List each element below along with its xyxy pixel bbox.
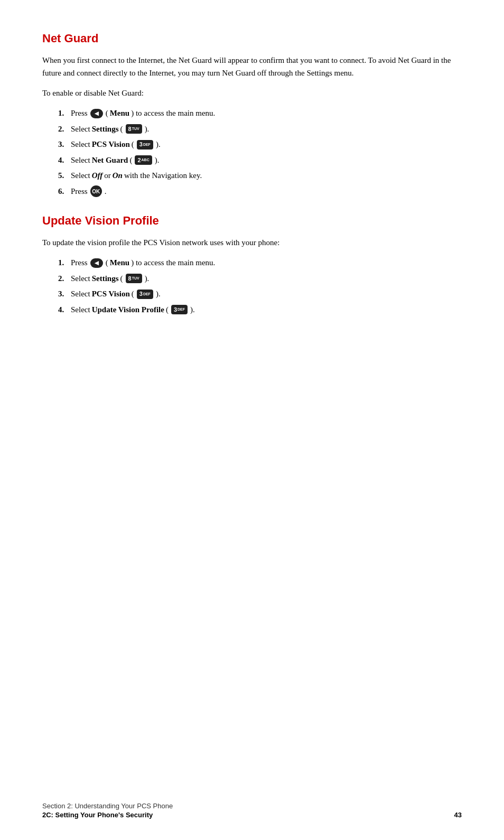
step-content-ng-1: Press ◀ (Menu) to access the main menu. [71, 107, 215, 120]
page-footer: Section 2: Understanding Your PCS Phone … [42, 802, 462, 819]
ok-key-ng: OK [90, 185, 102, 197]
page-content: Net Guard When you first connect to the … [0, 0, 504, 380]
step-uv-1: 1. Press ◀ (Menu) to access the main men… [58, 256, 462, 270]
key-2-ng: 2ABC [135, 155, 152, 165]
menu-key-uv-1: ◀ [90, 258, 103, 268]
off-label: Off [92, 169, 103, 183]
key-3-uv4: 3DEF [171, 305, 188, 314]
step-uv-3: 3. Select PCS Vision ( 3DEF ). [58, 287, 462, 301]
step-content-uv-4: Select Update Vision Profile ( 3DEF ). [71, 303, 195, 317]
pcs-vision-label-uv: PCS Vision [92, 287, 130, 301]
step-num-uv-1: 1. [58, 256, 71, 270]
step-ng-6: 6. Press OK. [58, 185, 462, 199]
step-content-uv-2: Select Settings ( 8TUV ). [71, 272, 149, 286]
step-num-ng-1: 1. [58, 107, 71, 120]
settings-label-uv: Settings [92, 272, 119, 286]
step-ng-2: 2. Select Settings ( 8TUV ). [58, 123, 462, 136]
step-content-ng-3: Select PCS Vision ( 3DEF ). [71, 138, 161, 152]
net-guard-intro: When you first connect to the Internet, … [42, 54, 462, 79]
step-ng-4: 4. Select Net Guard ( 2ABC ). [58, 154, 462, 167]
key-8-uv: 8TUV [126, 274, 142, 283]
key-8-ng: 8TUV [126, 124, 142, 134]
update-vision-profile-label: Update Vision Profile [92, 303, 164, 317]
footer-row: Section 2: Understanding Your PCS Phone … [42, 802, 462, 819]
step-num-uv-2: 2. [58, 272, 71, 286]
net-guard-steps: 1. Press ◀ (Menu) to access the main men… [42, 107, 462, 198]
settings-label-ng: Settings [92, 123, 119, 136]
step-ng-3: 3. Select PCS Vision ( 3DEF ). [58, 138, 462, 152]
step-ng-1: 1. Press ◀ (Menu) to access the main men… [58, 107, 462, 120]
step-num-uv-3: 3. [58, 287, 71, 301]
update-vision-intro: To update the vision profile the PCS Vis… [42, 236, 462, 249]
section-update-vision: Update Vision Profile To update the visi… [42, 214, 462, 316]
key-3-ng: 3DEF [137, 140, 153, 150]
step-content-uv-1: Press ◀ (Menu) to access the main menu. [71, 256, 215, 270]
step-num-ng-6: 6. [58, 185, 71, 199]
footer-subsection-label: 2C: Setting Your Phone's Security [42, 811, 173, 819]
step-content-ng-6: Press OK. [71, 185, 106, 199]
menu-label-ng-1: Menu [110, 107, 130, 120]
net-guard-label-ng: Net Guard [92, 154, 128, 167]
menu-key-ng-1: ◀ [90, 109, 103, 118]
key-3-uv: 3DEF [137, 290, 153, 299]
update-vision-steps: 1. Press ◀ (Menu) to access the main men… [42, 256, 462, 316]
step-num-ng-5: 5. [58, 169, 71, 183]
step-num-ng-2: 2. [58, 123, 71, 136]
step-uv-2: 2. Select Settings ( 8TUV ). [58, 272, 462, 286]
menu-label-uv-1: Menu [110, 256, 130, 270]
footer-section-label: Section 2: Understanding Your PCS Phone [42, 802, 173, 810]
update-vision-heading: Update Vision Profile [42, 214, 462, 228]
footer-left: Section 2: Understanding Your PCS Phone … [42, 802, 173, 819]
pcs-vision-label-ng: PCS Vision [92, 138, 130, 152]
net-guard-enable-label: To enable or disable Net Guard: [42, 87, 462, 99]
net-guard-heading: Net Guard [42, 32, 462, 45]
step-content-ng-4: Select Net Guard ( 2ABC ). [71, 154, 159, 167]
step-uv-4: 4. Select Update Vision Profile ( 3DEF )… [58, 303, 462, 317]
step-num-uv-4: 4. [58, 303, 71, 317]
step-ng-5: 5. Select Off or On with the Navigation … [58, 169, 462, 183]
step-content-uv-3: Select PCS Vision ( 3DEF ). [71, 287, 161, 301]
step-content-ng-5: Select Off or On with the Navigation key… [71, 169, 202, 183]
section-net-guard: Net Guard When you first connect to the … [42, 32, 462, 198]
footer-page-number: 43 [454, 811, 462, 819]
step-content-ng-2: Select Settings ( 8TUV ). [71, 123, 149, 136]
step-num-ng-4: 4. [58, 154, 71, 167]
step-num-ng-3: 3. [58, 138, 71, 152]
on-label: On [113, 169, 123, 183]
